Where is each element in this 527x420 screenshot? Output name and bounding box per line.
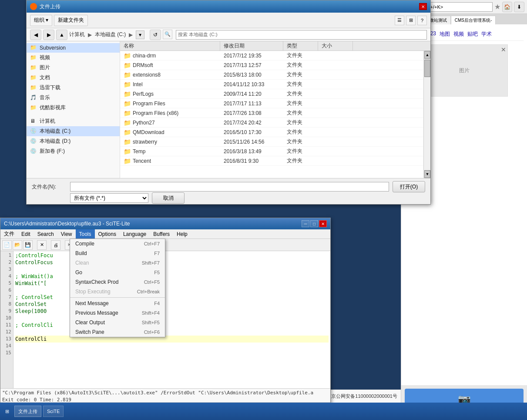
sidebar-item-drive-d[interactable]: 💿 本地磁盘 (D:): [27, 136, 120, 146]
nav-tieba[interactable]: 贴吧: [467, 30, 478, 38]
file-name-cell: 📁 strawberry: [120, 138, 220, 145]
file-row[interactable]: 📁 Python27 2017/7/24 20:42 文件夹: [120, 118, 423, 128]
menu-options[interactable]: Options: [95, 229, 120, 239]
menu-buffers[interactable]: Buffers: [150, 229, 173, 239]
folder-row-icon: 📁: [124, 81, 131, 88]
tools-clean[interactable]: Clean Shift+F7: [70, 258, 165, 268]
start-btn[interactable]: ⊞: [2, 409, 13, 414]
clean-shortcut: Shift+F7: [142, 260, 160, 265]
menu-file[interactable]: 文件: [0, 229, 18, 239]
close-image-btn[interactable]: ✕: [501, 46, 506, 53]
sidebar-item-documents[interactable]: 📁 文档: [27, 73, 120, 83]
browser-home-btn[interactable]: 🏠: [502, 2, 513, 12]
tools-compile[interactable]: Compile Ctrl+F7: [70, 239, 165, 249]
file-header: 名称 修改日期 类型 大小: [120, 41, 430, 51]
menu-help[interactable]: Help: [173, 229, 191, 239]
file-row[interactable]: 📁 strawberry 2015/11/26 14:56 文件夹: [120, 137, 423, 147]
col-header-type[interactable]: 类型: [283, 41, 318, 50]
menu-search[interactable]: Search: [34, 229, 57, 239]
open-button[interactable]: 打开(O): [393, 181, 425, 192]
taskbar-scite[interactable]: SciTE: [43, 406, 64, 417]
nav-map[interactable]: 地图: [440, 30, 450, 38]
file-name-cell: 📁 extensions8: [120, 71, 220, 78]
file-row[interactable]: 📁 extensions8 2015/8/13 18:00 文件夹: [120, 70, 423, 80]
scite-minimize-btn[interactable]: ─: [302, 220, 309, 227]
open-file-btn[interactable]: 📂: [13, 240, 22, 250]
view-details-btn[interactable]: ⊞: [406, 16, 416, 25]
filetype-dropdown[interactable]: 所有文件 (*.*): [70, 193, 148, 203]
sidebar-item-xunlei[interactable]: 📁 迅雷下载: [27, 83, 120, 93]
tools-syntax-check[interactable]: SyntaxCheck Prod Ctrl+F5: [70, 277, 165, 287]
back-btn[interactable]: ◀: [30, 30, 41, 40]
menu-language[interactable]: Language: [120, 229, 150, 239]
new-folder-button[interactable]: 新建文件夹: [54, 15, 88, 26]
menu-edit[interactable]: Edit: [18, 229, 34, 239]
folder-icon-youku: 📁: [30, 104, 37, 111]
file-scrollbar[interactable]: ▲ ▼: [423, 51, 430, 178]
search-btn[interactable]: 🔍: [163, 30, 172, 39]
view-toggle-btn[interactable]: ☰: [395, 16, 404, 25]
cancel-button[interactable]: 取消: [152, 192, 185, 204]
menu-view[interactable]: View: [57, 229, 76, 239]
line-number: 2: [0, 259, 11, 266]
browser-tab-2[interactable]: CMS后台管理系统-: [451, 16, 496, 24]
sidebar-item-video[interactable]: 📁 视频: [27, 53, 120, 63]
file-row[interactable]: 📁 PerfLogs 2009/7/14 11:20 文件夹: [120, 89, 423, 99]
sidebar-item-drive-c[interactable]: 💿 本地磁盘 (C:): [27, 126, 120, 136]
help-btn[interactable]: ?: [417, 16, 427, 25]
file-row[interactable]: 📁 Intel 2014/11/12 10:33 文件夹: [120, 80, 423, 89]
col-header-size[interactable]: 大小: [318, 41, 353, 50]
col-header-date[interactable]: 修改日期: [220, 41, 283, 50]
tools-prev-msg[interactable]: Previous Message Shift+F4: [70, 308, 165, 318]
sidebar-item-drive-f[interactable]: 💿 新加卷 (F:): [27, 146, 120, 156]
tools-stop[interactable]: Stop Executing Ctrl+Break: [70, 287, 165, 296]
scite-close-btn[interactable]: ✕: [319, 220, 327, 227]
sidebar-item-computer[interactable]: 🖥 计算机: [27, 116, 120, 126]
menu-tools[interactable]: Tools: [76, 229, 95, 239]
file-row[interactable]: 📁 DRMsoft 2017/7/13 12:57 文件夹: [120, 60, 423, 70]
nav-academic[interactable]: 学术: [481, 30, 492, 38]
browser-url-input[interactable]: [428, 2, 493, 12]
tools-switch-pane[interactable]: Switch Pane Ctrl+F6: [70, 327, 165, 337]
addr-sep1: ▶: [88, 32, 92, 38]
file-row[interactable]: 📁 Program Files 2017/7/17 11:13 文件夹: [120, 99, 423, 108]
sidebar-item-music[interactable]: 🎵 音乐: [27, 93, 120, 103]
nav-video[interactable]: 视频: [453, 30, 464, 38]
addr-dropdown-btn[interactable]: ▾: [136, 30, 144, 39]
file-row[interactable]: 📁 china-drm 2017/7/12 19:35 文件夹: [120, 51, 423, 60]
forward-btn[interactable]: ▶: [43, 30, 54, 40]
refresh-btn[interactable]: ↺: [150, 30, 161, 40]
file-type-cell: 文件夹: [283, 100, 318, 107]
bookmark-star-icon[interactable]: ★: [494, 3, 500, 11]
code-area[interactable]: ;ControlFocuControlFocus; WinWait()a Win…: [13, 251, 330, 388]
file-row[interactable]: 📁 Tencent 2016/8/31 9:30 文件夹: [120, 156, 423, 166]
file-name-cell: 📁 Python27: [120, 119, 220, 126]
organize-button[interactable]: 组织 ▾: [30, 15, 52, 26]
scroll-down-btn[interactable]: ▼: [424, 170, 430, 178]
col-header-name[interactable]: 名称: [120, 41, 220, 50]
scroll-up-btn[interactable]: ▲: [424, 51, 430, 59]
search-input[interactable]: 搜索 本地磁盘 (C:): [176, 30, 427, 40]
sidebar-item-youku[interactable]: 📁 优酷影视库: [27, 103, 120, 113]
dialog-close-btn[interactable]: ✕: [419, 3, 427, 10]
tools-build[interactable]: Build F7: [70, 249, 165, 258]
browser-download-btn[interactable]: ⬇: [514, 2, 524, 12]
print-btn[interactable]: 🖨: [51, 240, 60, 250]
up-btn[interactable]: ▲: [56, 30, 67, 40]
file-type-cell: 文件夹: [283, 81, 318, 88]
tools-clear-output[interactable]: Clear Output Shift+F5: [70, 318, 165, 327]
file-row[interactable]: 📁 QMDownload 2016/5/10 17:30 文件夹: [120, 128, 423, 137]
close-file-btn[interactable]: ✕: [37, 240, 47, 250]
scite-maximize-btn[interactable]: □: [310, 220, 318, 227]
filename-input[interactable]: [70, 182, 389, 192]
tools-go[interactable]: Go F5: [70, 268, 165, 277]
new-file-btn[interactable]: 📄: [2, 240, 12, 250]
save-file-btn[interactable]: 💾: [23, 240, 33, 250]
tools-next-msg[interactable]: Next Message F4: [70, 299, 165, 308]
sidebar-item-pictures[interactable]: 📁 图片: [27, 63, 120, 73]
file-row[interactable]: 📁 Temp 2016/3/18 13:49 文件夹: [120, 147, 423, 156]
taskbar-file-dialog[interactable]: 文件上传: [14, 406, 41, 417]
sidebar-item-subversion[interactable]: 📁 Subversion: [27, 43, 120, 53]
file-row[interactable]: 📁 Program Files (x86) 2017/7/26 13:08 文件…: [120, 108, 423, 118]
scroll-thumb[interactable]: [424, 60, 430, 77]
